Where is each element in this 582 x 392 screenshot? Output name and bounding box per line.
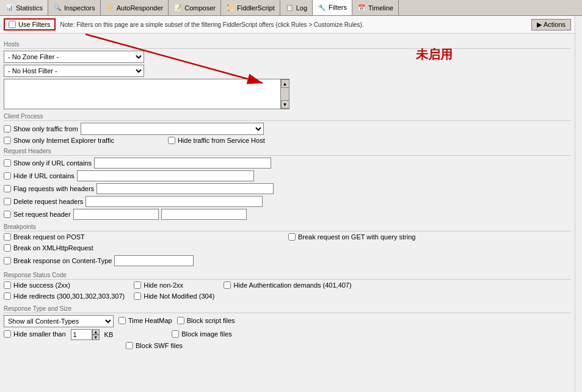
- block-script-label[interactable]: Block script files: [187, 317, 235, 324]
- actions-button[interactable]: ▶ Actions: [531, 19, 571, 31]
- tab-statistics[interactable]: 📊 Statistics: [0, 0, 48, 15]
- scroll-down-btn[interactable]: ▼: [281, 100, 289, 109]
- traffic-source-select[interactable]: [81, 123, 264, 135]
- break-post-label[interactable]: Break request on POST: [13, 233, 85, 241]
- fiddlerscript-icon: 📜: [226, 4, 235, 12]
- break-content-type-label[interactable]: Break response on Content-Type: [13, 257, 112, 264]
- show-url-label[interactable]: Show only if URL contains: [13, 159, 92, 167]
- tab-timeline[interactable]: 📅 Timeline: [352, 0, 399, 15]
- block-swf-label[interactable]: Block SWF files: [136, 342, 183, 349]
- zone-filter-select[interactable]: - No Zone Filter - Show only Internet Zo…: [4, 51, 144, 63]
- block-script-checkbox[interactable]: [177, 317, 184, 324]
- hide-smaller-row: Hide smaller than: [4, 330, 66, 338]
- tab-inspectors[interactable]: 🔍 Inspectors: [48, 0, 101, 15]
- flag-headers-checkbox[interactable]: [4, 185, 11, 192]
- set-header-value-input[interactable]: [161, 209, 247, 220]
- show-ie-label[interactable]: Show only Internet Explorer traffic: [13, 137, 114, 144]
- set-header-checkbox[interactable]: [4, 211, 11, 218]
- flag-headers-label[interactable]: Flag requests with headers: [13, 185, 94, 192]
- hide-smaller-label[interactable]: Hide smaller than: [13, 330, 66, 338]
- hide-url-input[interactable]: [77, 170, 254, 181]
- use-filters-checkbox[interactable]: [9, 21, 16, 28]
- tab-log[interactable]: 📋 Log: [280, 0, 313, 15]
- smaller-unit-label: KB: [104, 331, 114, 338]
- block-swf-checkbox[interactable]: [126, 342, 133, 349]
- hide-url-row: Hide if URL contains: [4, 170, 571, 181]
- hide-redirect-checkbox[interactable]: [4, 292, 11, 300]
- break-post-checkbox[interactable]: [4, 233, 11, 241]
- hide-url-label[interactable]: Hide if URL contains: [13, 172, 75, 180]
- use-filters-box: Use Filters: [4, 18, 56, 31]
- tab-composer[interactable]: 📝 Composer: [169, 0, 221, 15]
- tab-fiddlerscript[interactable]: 📜 FiddlerScript: [221, 0, 280, 15]
- breakpoints-label: Breakpoints: [4, 223, 571, 231]
- break-content-type-checkbox[interactable]: [4, 257, 11, 264]
- hide-auth-checkbox[interactable]: [224, 281, 231, 289]
- time-heatmap-label[interactable]: Time HeatMap: [128, 317, 172, 324]
- hide-auth-label[interactable]: Hide Authentication demands (401,407): [233, 281, 351, 289]
- show-url-checkbox[interactable]: [4, 159, 11, 167]
- client-process-section: Client Process Show only traffic from Sh…: [4, 113, 571, 144]
- note-text: Note: Filters on this page are a simple …: [60, 21, 526, 28]
- time-heatmap-row: Time HeatMap: [118, 317, 172, 324]
- hide-smaller-checkbox[interactable]: [4, 330, 11, 338]
- hosts-textarea-box: ▲ ▼: [4, 79, 289, 109]
- zone-filter-row: - No Zone Filter - Show only Internet Zo…: [4, 51, 571, 63]
- show-traffic-checkbox[interactable]: [4, 125, 11, 132]
- autoresponder-icon: ⚡: [106, 4, 114, 12]
- flag-headers-input[interactable]: [96, 183, 274, 194]
- hide-non2xx-checkbox[interactable]: [134, 281, 141, 289]
- hide-service-label[interactable]: Hide traffic from Service Host: [178, 137, 265, 144]
- delete-headers-checkbox[interactable]: [4, 198, 11, 205]
- show-ie-checkbox[interactable]: [4, 137, 11, 144]
- filters-panel: Use Filters Note: Filters on this page a…: [0, 16, 575, 392]
- request-headers-section: Request Headers Show only if URL contain…: [4, 148, 571, 220]
- client-process-label: Client Process: [4, 113, 571, 121]
- block-image-checkbox[interactable]: [172, 330, 179, 338]
- hosts-section-label: Hosts: [4, 41, 571, 49]
- filters-scroll-area[interactable]: Hosts - No Zone Filter - Show only Inter…: [0, 38, 575, 392]
- hide-url-checkbox[interactable]: [4, 172, 11, 180]
- delete-headers-label[interactable]: Delete request headers: [13, 198, 83, 205]
- hide-not-modified-checkbox[interactable]: [134, 292, 141, 300]
- response-type-section: Response Type and Size Show all Content-…: [4, 305, 571, 351]
- content-type-input[interactable]: [114, 255, 194, 266]
- content-type-select[interactable]: Show all Content-Types Show only HTML Sh…: [4, 315, 114, 327]
- delete-headers-row: Delete request headers: [4, 196, 571, 207]
- show-url-input[interactable]: [94, 158, 271, 169]
- hide-non2xx-label[interactable]: Hide non-2xx: [144, 281, 183, 289]
- host-filter-select[interactable]: - No Host Filter - Show only the followi…: [4, 65, 144, 77]
- smaller-value-input[interactable]: [71, 329, 92, 340]
- hide-not-modified-label[interactable]: Hide Not Modified (304): [144, 292, 214, 300]
- hide-2xx-label[interactable]: Hide success (2xx): [13, 281, 70, 289]
- spin-down-btn[interactable]: ▼: [92, 335, 100, 340]
- set-header-label[interactable]: Set request header: [13, 211, 71, 218]
- tab-filters[interactable]: 🔧 Filters: [313, 0, 352, 15]
- hide-2xx-checkbox[interactable]: [4, 281, 11, 289]
- hosts-textarea[interactable]: [4, 79, 280, 109]
- statistics-icon: 📊: [5, 4, 13, 12]
- delete-headers-input[interactable]: [85, 196, 263, 207]
- filters-top-bar: Use Filters Note: Filters on this page a…: [0, 16, 575, 34]
- actions-icon: ▶: [537, 21, 542, 29]
- hide-service-checkbox[interactable]: [168, 137, 175, 144]
- timeline-icon: 📅: [357, 4, 366, 12]
- block-image-label[interactable]: Block image files: [181, 330, 232, 338]
- spin-up-btn[interactable]: ▲: [92, 329, 100, 335]
- break-xml-label[interactable]: Break on XMLHttpRequest: [13, 244, 93, 252]
- scroll-up-btn[interactable]: ▲: [281, 79, 289, 88]
- time-heatmap-checkbox[interactable]: [118, 317, 126, 324]
- response-status-label: Response Status Code: [4, 272, 571, 280]
- show-traffic-row: Show only traffic from: [4, 123, 571, 135]
- tab-autoresponder[interactable]: ⚡ AutoResponder: [101, 0, 169, 15]
- show-traffic-label[interactable]: Show only traffic from: [13, 125, 78, 132]
- break-get-label[interactable]: Break request on GET with query string: [298, 233, 415, 241]
- hide-2xx-row: Hide success (2xx): [4, 281, 125, 289]
- inspectors-icon: 🔍: [53, 4, 62, 12]
- break-get-checkbox[interactable]: [288, 233, 296, 241]
- break-xml-checkbox[interactable]: [4, 244, 11, 252]
- set-header-name-input[interactable]: [73, 209, 159, 220]
- hide-redirect-label[interactable]: Hide redirects (300,301,302,303,307): [13, 292, 125, 300]
- use-filters-label[interactable]: Use Filters: [18, 21, 51, 28]
- block-script-row: Block script files: [177, 317, 235, 324]
